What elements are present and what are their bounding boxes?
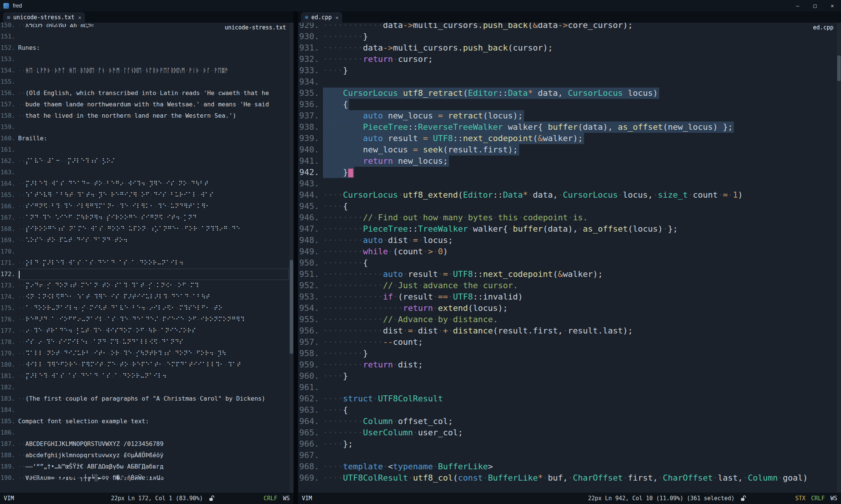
line-content[interactable]: ····UTF8ColResult·utf8_col(const·BufferL…: [323, 472, 836, 484]
code-line[interactable]: 965.········UserColumn·user_col;: [298, 427, 836, 438]
line-content[interactable]: [18, 121, 289, 133]
line-content[interactable]: ············//·Just·advance·the·cursor.: [323, 280, 836, 291]
line-content[interactable]: ··⡍⠜⠇⠑⠹·⠺⠁⠎·⠙⠑⠁⠙⠒·⠞⠕·⠃⠑⠛⠔·⠺⠊⠹⠲·⡹⠻⠑·⠊⠎·⠝⠕…: [18, 178, 289, 189]
line-content[interactable]: [323, 178, 836, 189]
line-content[interactable]: ··⠔·⠹⠑·⠞⠗⠁⠙⠑⠲·⡃⠥⠞·⠹⠑·⠺⠊⠎⠙⠕⠍·⠕⠋·⠳⠗·⠁⠝⠊⠑⠌⠕…: [18, 325, 289, 337]
line-content[interactable]: ··⡌⠁⠧⠑·⠼⠁⠒··⡍⠜⠇⠑⠹⠰⠎·⡣⠕⠌: [18, 155, 289, 167]
line-content[interactable]: ········auto·new_locus·=·retract(locus);: [323, 110, 524, 121]
line-content[interactable]: ····template·<typename·BufferLike>: [323, 461, 836, 472]
editor-left[interactable]: 150.··እግርህን·በፍራሽህ·ልክ·ዘርጋ።151.152.Runes:1…: [0, 23, 294, 493]
code-area-right[interactable]: 929.············data->multi_cursors.push…: [298, 23, 836, 484]
code-line[interactable]: 954.················return·extend(locus)…: [298, 303, 836, 314]
code-line[interactable]: 182.: [0, 382, 289, 393]
line-content[interactable]: ················return·extend(locus);: [323, 303, 836, 314]
code-line[interactable]: 955.············//·Advance·by·distance.: [298, 314, 836, 325]
line-content[interactable]: ··⠁⠝⠙·⠹⠑·⠡⠊⠑⠋·⠍⠳⠗⠝⠻⠲·⡎⠊⠗⠕⠕⠛⠑·⠎⠊⠛⠝⠫·⠊⠞⠲·⡁…: [18, 212, 289, 223]
line-content[interactable]: ········//·Find·out·how·many·bytes·this·…: [323, 212, 836, 223]
code-line[interactable]: 967.: [298, 450, 836, 461]
scrollbar-thumb-left[interactable]: [290, 260, 293, 354]
code-line[interactable]: 936.····{: [298, 99, 836, 110]
code-line[interactable]: 176.··⠗⠑⠛⠜⠙·⠁·⠊⠕⠋⠋⠔⠤⠝⠁⠊⠇·⠁⠎·⠹⠑·⠙⠑⠁⠙⠑⠌·⠏⠊…: [0, 314, 289, 325]
line-content[interactable]: ········return·dist;: [323, 359, 836, 370]
line-content[interactable]: ··⠡⠕⠎⠑·⠞⠕·⠏⠥⠞·⠙⠊⠎·⠙⠁⠝⠙·⠞⠕⠲: [18, 235, 289, 246]
code-line[interactable]: 189.··–—‘“”„†•…‰™œŠŸž€·ΑΒΓΔΩαβγδω·АБВГДа…: [0, 461, 289, 472]
code-line[interactable]: 156.··(Old·English,·which·transcribed·in…: [0, 88, 289, 99]
code-line[interactable]: 939.········auto·result·=·UTF8::next_cod…: [298, 133, 836, 144]
line-content[interactable]: [323, 450, 836, 461]
line-content[interactable]: ····}: [323, 167, 354, 178]
line-content[interactable]: Runes:: [18, 42, 289, 54]
code-line[interactable]: 941.········return·new_locus;: [298, 155, 836, 167]
code-line[interactable]: 152.Runes:: [0, 42, 289, 54]
code-line[interactable]: 933.····}: [298, 65, 836, 76]
line-content[interactable]: ··–—‘“”„†•…‰™œŠŸž€·ΑΒΓΔΩαβγδω·АБВГДабвгд: [18, 461, 289, 472]
code-line[interactable]: 932.········return·cursor;: [298, 54, 836, 65]
code-line[interactable]: 169.··⠡⠕⠎⠑·⠞⠕·⠏⠥⠞·⠙⠊⠎·⠙⠁⠝⠙·⠞⠕⠲: [0, 235, 289, 246]
line-content[interactable]: ··⠪⠝·⠅⠝⠪⠇⠫⠛⠑⠂·⠱⠁⠞·⠹⠻⠑·⠊⠎·⠏⠜⠞⠊⠊⠥⠇⠜⠇⠹·⠙⠑⠁⠙…: [18, 291, 289, 303]
line-content[interactable]: ········data->multi_cursors.push_back(cu…: [323, 42, 836, 54]
code-line[interactable]: 162.··⡌⠁⠧⠑·⠼⠁⠒··⡍⠜⠇⠑⠹⠰⠎·⡣⠕⠌: [0, 155, 289, 167]
line-content[interactable]: Braille:: [18, 133, 289, 144]
code-line[interactable]: 957.············--count;: [298, 337, 836, 348]
code-line[interactable]: 177.··⠔·⠹⠑·⠞⠗⠁⠙⠑⠲·⡃⠥⠞·⠹⠑·⠺⠊⠎⠙⠕⠍·⠕⠋·⠳⠗·⠁⠝…: [0, 325, 289, 337]
code-line[interactable]: 155.: [0, 76, 289, 88]
code-line[interactable]: 165.··⠱⠁⠞⠑⠧⠻·⠁⠃⠳⠞·⠹⠁⠞⠲·⡹⠑·⠗⠑⠛⠊⠌⠻·⠕⠋·⠙⠊⠎·…: [0, 189, 289, 201]
code-line[interactable]: 963.····{: [298, 404, 836, 416]
line-content[interactable]: ··⠊⠎·⠔·⠹⠑·⠎⠊⠍⠊⠇⠑⠆·⠁⠝⠙·⠍⠹·⠥⠝⠙⠁⠇⠇⠪⠫·⠙⠁⠝⠙⠎: [18, 337, 289, 348]
code-line[interactable]: 173.··⡍⠔⠙⠖·⡊·⠙⠕⠝⠰⠞·⠍⠑⠁⠝·⠞⠕·⠎⠁⠹·⠹⠁⠞·⡊·⠅⠝⠪…: [0, 280, 289, 291]
code-line[interactable]: 944.····CursorLocus·utf8_extend(Editor::…: [298, 189, 836, 201]
line-content[interactable]: ····struct·UTF8ColResult: [323, 393, 836, 404]
code-line[interactable]: 171.··⡕⠇⠙·⡍⠜⠇⠑⠹·⠺⠁⠎·⠁⠎·⠙⠑⠁⠙·⠁⠎·⠁·⠙⠕⠕⠗⠤⠝⠁…: [0, 257, 289, 269]
line-content[interactable]: [18, 404, 289, 416]
code-line[interactable]: 935.····CursorLocus·utf8_retract(Editor:…: [298, 88, 836, 99]
line-content[interactable]: ········Column·offset_col;: [323, 416, 836, 427]
code-line[interactable]: 964.········Column·offset_col;: [298, 416, 836, 427]
code-line[interactable]: 183.··(The·first·couple·of·paragraphs·of…: [0, 393, 289, 404]
line-content[interactable]: ········PieceTree::TreeWalker·walker{·bu…: [323, 223, 836, 235]
line-content[interactable]: Compact·font·selection·example·text:: [18, 416, 289, 427]
code-line[interactable]: 942.····}: [298, 167, 836, 178]
code-line[interactable]: 164.··⡍⠜⠇⠑⠹·⠺⠁⠎·⠙⠑⠁⠙⠒·⠞⠕·⠃⠑⠛⠔·⠺⠊⠹⠲·⡹⠻⠑·⠊…: [0, 178, 289, 189]
code-line[interactable]: 962.····struct·UTF8ColResult: [298, 393, 836, 404]
line-content[interactable]: [18, 269, 289, 280]
tab-ed-cpp[interactable]: ⊕ ed.cpp ✕: [301, 12, 342, 23]
code-line[interactable]: 160.Braille:: [0, 133, 289, 144]
line-content[interactable]: ········{: [323, 257, 836, 269]
line-content[interactable]: ··(Old·English,·which·transcribed·into·L…: [18, 88, 289, 99]
line-content[interactable]: ········}: [323, 31, 836, 42]
code-line[interactable]: 161.: [0, 144, 289, 155]
scrollbar-thumb-right[interactable]: [837, 55, 841, 81]
tab-unicode-stress[interactable]: ≡ unicode-stress.txt ✕: [3, 12, 85, 23]
line-content[interactable]: ········new_locus·=·seek(result.first);: [323, 144, 519, 155]
code-line[interactable]: 157.··bude·thaem·lande·northweardum·with…: [0, 99, 289, 110]
code-line[interactable]: 956.············dist·=·dist·+·distance(r…: [298, 325, 836, 337]
code-line[interactable]: 947.········PieceTree::TreeWalker·walker…: [298, 223, 836, 235]
line-content[interactable]: ··⡍⠔⠙⠖·⡊·⠙⠕⠝⠰⠞·⠍⠑⠁⠝·⠞⠕·⠎⠁⠹·⠹⠁⠞·⡊·⠅⠝⠪⠂·⠕⠋…: [18, 280, 289, 291]
code-line[interactable]: 158.··that·he·lived·in·the·northern·land…: [0, 110, 289, 121]
code-line[interactable]: 969.····UTF8ColResult·utf8_col(const·Buf…: [298, 472, 836, 484]
code-line[interactable]: 179.··⠩⠁⠇⠇·⠝⠕⠞·⠙⠊⠌⠥⠗⠃·⠊⠞⠂·⠕⠗·⠹⠑·⡊⠳⠝⠞⠗⠹⠰⠎…: [0, 348, 289, 359]
line-content[interactable]: ··ᚻᛖ·ᚳᚹᚫᚦ·ᚦᚫᛏ·ᚻᛖ·ᛒᚢᛞᛖ·ᚩᚾ·ᚦᚫᛗ·ᛚᚪᚾᛞᛖ·ᚾᚩᚱᚦᚹ…: [18, 65, 289, 76]
line-content[interactable]: [18, 144, 289, 155]
line-content[interactable]: ········return·cursor;: [323, 54, 836, 65]
code-line[interactable]: 938.········PieceTree::ReverseTreeWalker…: [298, 121, 836, 133]
code-line[interactable]: 190.··∀∂∈ℝ∧∪≡∞·↑↗↨↻⇣·┐┼╔╘░►☺♀·ﬁ�⑀₂ἠḂӥẄɐː…: [0, 472, 289, 484]
line-content[interactable]: ············if·(result·==·UTF8::invalid): [323, 291, 836, 303]
line-content[interactable]: ··⠱⠁⠞⠑⠧⠻·⠁⠃⠳⠞·⠹⠁⠞⠲·⡹⠑·⠗⠑⠛⠊⠌⠻·⠕⠋·⠙⠊⠎·⠃⠥⠗⠊…: [18, 189, 289, 201]
code-line[interactable]: 166.··⠎⠊⠛⠝⠫·⠃⠹·⠹⠑·⠊⠇⠻⠛⠹⠍⠁⠝⠂·⠹⠑·⠊⠇⠻⠅⠂·⠹⠑·…: [0, 201, 289, 212]
code-line[interactable]: 175.··⠁·⠙⠕⠕⠗⠤⠝⠁⠊⠇⠲·⡊·⠍⠊⠣⠞·⠙⠁⠧⠑·⠃⠑⠲·⠔⠊⠇⠔⠫…: [0, 303, 289, 314]
code-line[interactable]: 181.··⡍⠜⠇⠑⠹·⠺⠁⠎·⠁⠎·⠙⠑⠁⠙·⠁⠎·⠁·⠙⠕⠕⠗⠤⠝⠁⠊⠇⠲: [0, 370, 289, 382]
line-content[interactable]: ········PieceTree::ReverseTreeWalker·wal…: [323, 121, 734, 133]
code-line[interactable]: 940.········new_locus·=·seek(result.firs…: [298, 144, 836, 155]
line-content[interactable]: ··that·he·lived·in·the·northern·land·nea…: [18, 110, 289, 121]
code-line[interactable]: 951.············auto·result·=·UTF8::next…: [298, 269, 836, 280]
line-content[interactable]: ············auto·result·=·UTF8::next_cod…: [323, 269, 836, 280]
code-line[interactable]: 946.········//·Find·out·how·many·bytes·t…: [298, 212, 836, 223]
scrollbar-left[interactable]: [289, 23, 294, 493]
tab-close-icon[interactable]: ✕: [78, 15, 81, 20]
line-content[interactable]: ········while·(count·>·0): [323, 246, 836, 257]
code-line[interactable]: 948.········auto·dist·=·locus;: [298, 235, 836, 246]
line-content[interactable]: [18, 76, 289, 88]
code-line[interactable]: 151.: [0, 31, 289, 42]
line-content[interactable]: ········return·new_locus;: [323, 155, 449, 167]
